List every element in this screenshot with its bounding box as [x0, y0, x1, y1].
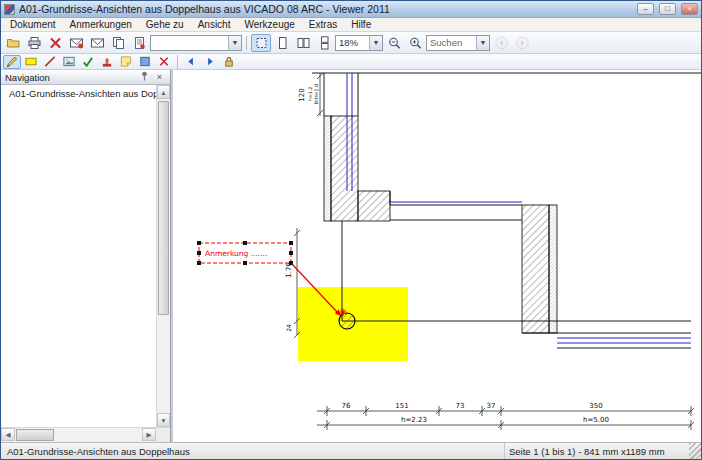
lower-wall-lines [522, 333, 691, 348]
navigation-horizontal-scrollbar[interactable]: ◀ ▶ [1, 428, 156, 442]
menu-anmerkungen[interactable]: Anmerkungen [63, 18, 139, 31]
app-icon [4, 4, 15, 15]
menu-gehe-zu[interactable]: Gehe zu [139, 18, 191, 31]
close-panel-icon[interactable]: × [153, 71, 166, 83]
menu-ansicht[interactable]: Ansicht [191, 18, 238, 31]
image-tool-button[interactable] [60, 55, 78, 69]
app-window: A01-Grundrisse-Ansichten aus Doppelhaus … [0, 0, 702, 460]
dim-label: 73 [456, 402, 465, 410]
navigation-header: Navigation × [1, 70, 170, 85]
annotation-anchor-star [340, 309, 347, 316]
menu-werkzeuge[interactable]: Werkzeuge [237, 18, 301, 31]
vertical-scroll-thumb[interactable] [158, 101, 169, 315]
dim-label: h=2.23 [401, 416, 427, 424]
zoom-out-button[interactable] [384, 34, 404, 52]
close-document-button[interactable] [45, 34, 65, 52]
previous-annotation-button[interactable] [182, 55, 200, 69]
toolbar-main: ▼ 18% ▼ Suchen ▼ [1, 32, 701, 54]
wall-right [522, 205, 557, 333]
dim-label: BrH=1.0 [314, 84, 319, 105]
dimension-bottom: 76 151 73 37 350 h=2.23 h=5.00 [317, 402, 694, 430]
drawing-area[interactable]: 76 151 73 37 350 h=2.23 h=5.00 [173, 70, 701, 442]
slab-lines [390, 191, 522, 220]
toolbar-annotation [1, 54, 701, 70]
stamp-tool-button[interactable] [98, 55, 116, 69]
drawing-canvas: 76 151 73 37 350 h=2.23 h=5.00 [173, 70, 701, 442]
menu-hilfe[interactable]: Hilfe [344, 18, 378, 31]
zoom-in-button[interactable] [405, 34, 425, 52]
scroll-up-icon[interactable]: ▲ [157, 85, 170, 99]
dim-label: 350 [589, 402, 602, 410]
status-document-name: A01-Grundrisse-Ansichten aus Doppelhaus [1, 443, 505, 459]
email-button[interactable] [66, 34, 86, 52]
tree-item-document[interactable]: A01-Grundrisse-Ansichten aus Doppelhaus [1, 87, 156, 100]
status-page-info: Seite 1 (1 bis 1) - 841 mm x1189 mm [505, 443, 689, 459]
delete-annotation-button[interactable] [155, 55, 173, 69]
upper-lines [312, 73, 701, 191]
email-attachment-button[interactable] [87, 34, 107, 52]
dim-label: 37 [487, 402, 496, 410]
attachment-tool-button[interactable] [136, 55, 154, 69]
navigation-title: Navigation [5, 72, 136, 83]
chevron-down-icon[interactable]: ▼ [476, 36, 489, 50]
view-single-page-button[interactable] [272, 34, 292, 52]
chevron-down-icon[interactable]: ▼ [228, 36, 241, 50]
open-document-button[interactable] [3, 34, 23, 52]
zoom-combo[interactable]: 18% ▼ [335, 35, 383, 51]
dimension-top-left: 120 h=1.2 BrH=1.0 [298, 73, 323, 116]
annotation-text[interactable]: Anmerkung ....... [205, 249, 267, 258]
separator [177, 55, 178, 69]
separator [246, 36, 247, 50]
copy-page-button[interactable] [108, 34, 128, 52]
navigation-vertical-scrollbar[interactable]: ▲ ▼ [156, 85, 170, 427]
content: Navigation × A01-Grundrisse-Ansichten au… [1, 70, 701, 442]
lock-annotations-button[interactable] [220, 55, 238, 69]
tree-item-label: A01-Grundrisse-Ansichten aus Doppelhaus [9, 88, 156, 99]
menu-dokument[interactable]: Dokument [3, 18, 63, 31]
search-input[interactable]: Suchen [427, 37, 476, 48]
maximize-button[interactable]: □ [659, 3, 676, 15]
scrollbar-corner [156, 428, 170, 442]
line-tool-button[interactable] [41, 55, 59, 69]
dim-label: 76 [342, 402, 351, 410]
dim-label: h=1.2 [308, 87, 313, 102]
chevron-down-icon[interactable]: ▼ [369, 36, 382, 50]
bookmark-combo[interactable]: ▼ [150, 35, 242, 51]
next-annotation-button[interactable] [201, 55, 219, 69]
scroll-right-icon[interactable]: ▶ [142, 428, 156, 441]
search-combo[interactable]: Suchen ▼ [426, 35, 490, 51]
resize-grip[interactable] [689, 443, 701, 459]
page-properties-button[interactable] [129, 34, 149, 52]
navigation-panel: Navigation × A01-Grundrisse-Ansichten au… [1, 70, 171, 442]
menubar: Dokument Anmerkungen Gehe zu Ansicht Wer… [1, 18, 701, 32]
find-previous-button[interactable] [491, 34, 511, 52]
horizontal-scroll-thumb[interactable] [16, 429, 54, 441]
statusbar: A01-Grundrisse-Ansichten aus Doppelhaus … [1, 442, 701, 459]
dim-label: h=5.00 [583, 416, 609, 424]
zoom-value: 18% [336, 37, 369, 48]
menu-extras[interactable]: Extras [302, 18, 344, 31]
wall-left [324, 116, 390, 221]
navigation-tree: A01-Grundrisse-Ansichten aus Doppelhaus [1, 85, 156, 427]
dim-label: 120 [298, 88, 306, 101]
dim-label: 151 [395, 402, 408, 410]
highlight-tool-button[interactable] [22, 55, 40, 69]
minimize-button[interactable]: – [637, 3, 654, 15]
pen-tool-button[interactable] [3, 55, 21, 69]
dim-label: 24 [285, 324, 292, 332]
close-button[interactable]: × [681, 3, 698, 15]
find-next-button[interactable] [512, 34, 532, 52]
select-tool-button[interactable] [251, 34, 271, 52]
pin-icon[interactable] [138, 71, 151, 83]
view-two-pages-button[interactable] [293, 34, 313, 52]
note-tool-button[interactable] [117, 55, 135, 69]
window-title: A01-Grundrisse-Ansichten aus Doppelhaus … [19, 3, 632, 15]
detail-circle-symbol[interactable] [339, 313, 355, 329]
scroll-left-icon[interactable]: ◀ [1, 428, 15, 441]
print-button[interactable] [24, 34, 44, 52]
view-continuous-button[interactable] [314, 34, 334, 52]
scroll-down-icon[interactable]: ▼ [157, 413, 170, 427]
check-tool-button[interactable] [79, 55, 97, 69]
titlebar: A01-Grundrisse-Ansichten aus Doppelhaus … [1, 1, 701, 18]
